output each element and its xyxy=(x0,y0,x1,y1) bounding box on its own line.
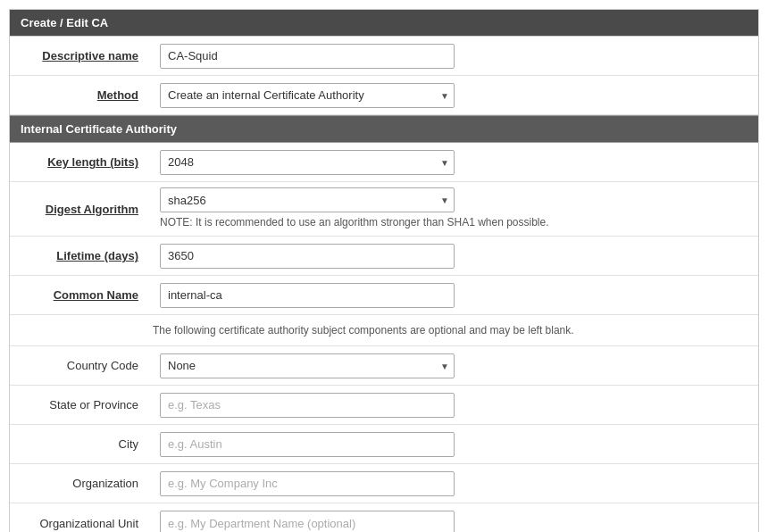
method-row: Method Create an internal Certificate Au… xyxy=(10,76,758,115)
lifetime-input[interactable] xyxy=(160,244,455,269)
state-province-row: State or Province xyxy=(10,386,758,425)
city-row: City xyxy=(10,425,758,464)
country-code-select-wrapper: None US UK CA DE FR AU ▼ xyxy=(160,353,455,378)
method-control: Create an internal Certificate Authority… xyxy=(153,83,758,108)
method-select-wrapper: Create an internal Certificate Authority… xyxy=(160,83,455,108)
org-unit-label: Organizational Unit xyxy=(10,517,153,530)
descriptive-name-row: Descriptive name xyxy=(10,37,758,76)
common-name-input[interactable] xyxy=(160,283,455,308)
country-code-select[interactable]: None US UK CA DE FR AU xyxy=(160,353,455,378)
key-length-row: Key length (bits) 512 1024 2048 4096 ▼ xyxy=(10,143,758,182)
subheader: Internal Certificate Authority xyxy=(10,115,758,143)
country-code-row: Country Code None US UK CA DE FR AU ▼ xyxy=(10,346,758,386)
optional-info-text: The following certificate authority subj… xyxy=(153,324,574,337)
digest-algorithm-label: Digest Algorithm xyxy=(10,203,153,216)
state-province-control xyxy=(153,393,758,418)
panel-header: Create / Edit CA xyxy=(10,10,758,37)
common-name-control xyxy=(153,283,758,308)
descriptive-name-control xyxy=(153,44,758,69)
city-control xyxy=(153,432,758,457)
digest-algorithm-row: Digest Algorithm sha1 sha224 sha256 sha3… xyxy=(10,182,758,237)
key-length-select-wrapper: 512 1024 2048 4096 ▼ xyxy=(160,150,455,175)
method-label: Method xyxy=(10,88,153,102)
state-province-input[interactable] xyxy=(160,393,455,418)
org-unit-input[interactable] xyxy=(160,511,455,532)
panel-header-title: Create / Edit CA xyxy=(21,16,108,29)
organization-input[interactable] xyxy=(160,471,455,496)
digest-wrapper: sha1 sha224 sha256 sha384 sha512 ▼ NOTE:… xyxy=(160,187,751,230)
descriptive-name-input[interactable] xyxy=(160,44,455,69)
country-code-control: None US UK CA DE FR AU ▼ xyxy=(153,353,758,378)
org-unit-row: Organizational Unit xyxy=(10,503,758,532)
page-wrapper: Create / Edit CA Descriptive name Method… xyxy=(0,9,768,532)
organization-control xyxy=(153,471,758,496)
city-label: City xyxy=(10,437,153,451)
org-unit-control xyxy=(153,511,758,532)
key-length-select[interactable]: 512 1024 2048 4096 xyxy=(160,150,455,175)
lifetime-label: Lifetime (days) xyxy=(10,249,153,262)
organization-label: Organization xyxy=(10,477,153,490)
method-select[interactable]: Create an internal Certificate Authority… xyxy=(160,83,455,108)
lifetime-row: Lifetime (days) xyxy=(10,237,758,276)
digest-select-wrapper: sha1 sha224 sha256 sha384 sha512 ▼ xyxy=(160,187,455,212)
digest-algorithm-select[interactable]: sha1 sha224 sha256 sha384 sha512 xyxy=(160,187,455,212)
main-panel: Create / Edit CA Descriptive name Method… xyxy=(9,9,759,532)
key-length-label: Key length (bits) xyxy=(10,155,153,169)
city-input[interactable] xyxy=(160,432,455,457)
optional-info-row: The following certificate authority subj… xyxy=(10,315,758,346)
common-name-row: Common Name xyxy=(10,276,758,315)
digest-algorithm-control: sha1 sha224 sha256 sha384 sha512 ▼ NOTE:… xyxy=(153,187,758,230)
organization-row: Organization xyxy=(10,464,758,503)
subheader-title: Internal Certificate Authority xyxy=(21,122,177,136)
digest-note: NOTE: It is recommended to use an algori… xyxy=(160,212,751,230)
lifetime-control xyxy=(153,244,758,269)
country-code-label: Country Code xyxy=(10,359,153,372)
state-province-label: State or Province xyxy=(10,398,153,411)
key-length-control: 512 1024 2048 4096 ▼ xyxy=(153,150,758,175)
descriptive-name-label: Descriptive name xyxy=(10,49,153,62)
common-name-label: Common Name xyxy=(10,288,153,302)
